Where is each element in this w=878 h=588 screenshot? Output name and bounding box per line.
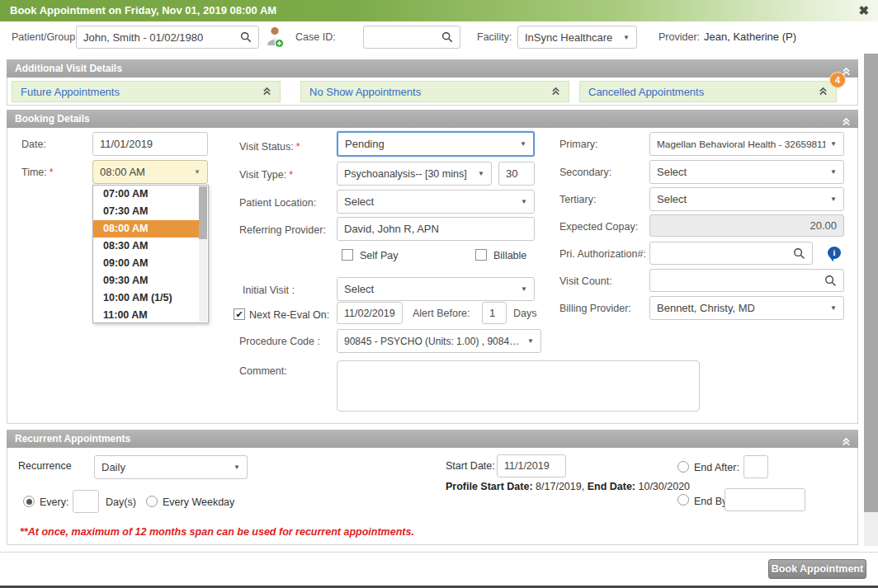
no-show-appointments-panel[interactable]: No Show Appointments	[300, 81, 569, 102]
case-id-input[interactable]	[363, 26, 460, 49]
patient-location-label: Patient Location:	[239, 197, 316, 209]
profile-date-range: Profile Start Date: 8/17/2019, End Date:…	[446, 481, 690, 492]
visit-status-select[interactable]: Pending ▼	[337, 131, 535, 157]
primary-insurance-value: Magellan Behavioral Health - 32659811	[657, 139, 825, 150]
search-icon[interactable]	[441, 31, 453, 43]
referring-provider-input[interactable]: David, John R, APN	[337, 217, 535, 241]
profile-end-date-value: 10/30/2020	[638, 481, 690, 492]
day-s-label: Day(s)	[106, 496, 136, 508]
start-date-value: 11/1/2019	[504, 460, 559, 472]
profile-start-date-value: 8/17/2019,	[536, 481, 584, 492]
procedure-code-select[interactable]: 90845 - PSYCHO (Units: 1.00) , 9084… ▼	[337, 329, 541, 353]
every-radio[interactable]	[23, 496, 35, 507]
secondary-insurance-select[interactable]: Select ▼	[649, 160, 844, 184]
visit-type-value: Psychoanalysis-- [30 mins]	[344, 168, 473, 180]
time-option[interactable]: 07:00 AM	[93, 186, 200, 203]
book-appointment-dialog: Book Appointment on Friday, Nov 01, 2019…	[0, 0, 878, 588]
time-option[interactable]: 08:30 AM	[93, 238, 200, 255]
end-by-radio[interactable]	[677, 494, 689, 506]
facility-select[interactable]: InSync Healthcare ▼	[517, 26, 637, 49]
end-after-input[interactable]	[743, 455, 768, 478]
collapse-chevron-icon[interactable]	[262, 86, 271, 98]
time-option-selected[interactable]: 08:00 AM	[93, 220, 200, 238]
visit-type-label: Visit Type:*	[239, 169, 293, 181]
start-date-label: Start Date:	[446, 460, 495, 472]
chevron-down-icon: ▼	[521, 198, 527, 205]
recurrence-label: Recurrence	[18, 460, 72, 472]
next-re-eval-checkbox[interactable]: ✔	[234, 308, 245, 320]
panel-label: Future Appointments	[21, 86, 120, 98]
close-icon[interactable]: ✖	[858, 3, 869, 18]
time-option[interactable]: 10:00 AM (1/5)	[93, 289, 200, 307]
expected-copay-input: 20.00	[649, 214, 844, 237]
billing-provider-value: Bennett, Christy, MD	[657, 302, 825, 314]
start-date-input[interactable]: 11/1/2019	[497, 454, 566, 477]
chevron-down-icon: ▼	[521, 285, 527, 293]
every-weekday-radio[interactable]	[146, 496, 158, 507]
vertical-scrollbar[interactable]	[864, 54, 878, 546]
add-patient-icon[interactable]	[266, 26, 285, 52]
search-icon[interactable]	[824, 275, 837, 287]
chevron-down-icon: ▼	[478, 170, 484, 177]
time-label: Time:*	[21, 167, 54, 178]
every-label: Every:	[40, 496, 68, 508]
initial-visit-select[interactable]: Select ▼	[337, 277, 535, 301]
cancelled-appointments-panel[interactable]: Cancelled Appointments	[579, 81, 837, 102]
primary-insurance-select[interactable]: Magellan Behavioral Health - 32659811 ▼	[649, 132, 844, 156]
chevron-down-icon: ▼	[830, 140, 837, 148]
next-re-eval-value: 11/02/2019	[344, 308, 395, 319]
chevron-down-icon: ▼	[527, 337, 534, 345]
time-option[interactable]: 09:00 AM	[93, 255, 200, 272]
collapse-chevron-icon[interactable]	[819, 86, 828, 98]
book-appointment-label: Book Appointment	[772, 563, 863, 575]
cancelled-count-badge: 4	[830, 73, 845, 87]
provider-label: Provider:	[658, 31, 700, 43]
time-option[interactable]: 09:30 AM	[93, 272, 200, 289]
time-combobox[interactable]: 08:00 AM ▼	[92, 160, 208, 184]
collapse-chevron-icon[interactable]	[551, 86, 560, 98]
pri-authorization-input[interactable]	[649, 242, 813, 265]
time-list-scrollbar[interactable]	[199, 186, 207, 322]
next-re-eval-date-input[interactable]: 11/02/2019	[337, 302, 403, 324]
visit-status-label: Visit Status:*	[239, 141, 300, 153]
comment-textarea[interactable]	[337, 360, 700, 412]
tertiary-insurance-select[interactable]: Select ▼	[649, 187, 844, 211]
every-days-input[interactable]	[73, 490, 99, 513]
billing-provider-label: Billing Provider:	[559, 303, 631, 314]
booking-details-header[interactable]: Booking Details	[7, 110, 858, 128]
required-asterisk: *	[296, 141, 300, 153]
patient-group-input[interactable]: John, Smith - 01/02/1980	[76, 26, 259, 49]
initial-visit-value: Select	[344, 283, 516, 295]
visit-duration-input[interactable]: 30	[498, 162, 535, 186]
chevron-down-icon: ▼	[194, 168, 201, 176]
book-appointment-button[interactable]: Book Appointment	[768, 559, 866, 579]
scrollbar-thumb[interactable]	[864, 54, 878, 512]
recurrent-appointments-header[interactable]: Recurrent Appointments	[7, 430, 858, 448]
self-pay-checkbox[interactable]	[342, 249, 353, 261]
patient-location-select[interactable]: Select ▼	[337, 190, 535, 214]
billable-checkbox[interactable]	[475, 249, 487, 261]
visit-count-input[interactable]	[649, 269, 844, 292]
search-icon[interactable]	[793, 247, 805, 260]
provider-value: Jean, Katherine (P)	[704, 31, 796, 43]
scrollbar-thumb[interactable]	[199, 186, 207, 239]
end-after-radio[interactable]	[677, 461, 689, 473]
additional-visit-details-header[interactable]: Additional Visit Details	[7, 59, 858, 78]
end-by-input[interactable]	[725, 488, 805, 511]
chevron-down-icon: ▼	[623, 34, 630, 41]
recurrence-value: Daily	[101, 461, 229, 473]
required-asterisk: *	[289, 169, 293, 181]
date-input[interactable]: 11/01/2019	[92, 132, 208, 156]
panel-label: No Show Appointments	[309, 86, 421, 98]
self-pay-label: Self Pay	[360, 250, 399, 261]
alert-before-input[interactable]: 1	[482, 302, 507, 324]
recurrence-select[interactable]: Daily ▼	[94, 455, 248, 479]
billing-provider-select[interactable]: Bennett, Christy, MD ▼	[649, 296, 844, 320]
visit-type-select[interactable]: Psychoanalysis-- [30 mins] ▼	[337, 162, 492, 186]
time-option[interactable]: 11:00 AM	[93, 307, 200, 324]
info-icon[interactable]: i	[828, 247, 841, 259]
time-option[interactable]: 07:30 AM	[93, 203, 200, 220]
secondary-label: Secondary:	[559, 167, 611, 178]
future-appointments-panel[interactable]: Future Appointments	[12, 81, 281, 102]
search-icon[interactable]	[240, 31, 252, 43]
